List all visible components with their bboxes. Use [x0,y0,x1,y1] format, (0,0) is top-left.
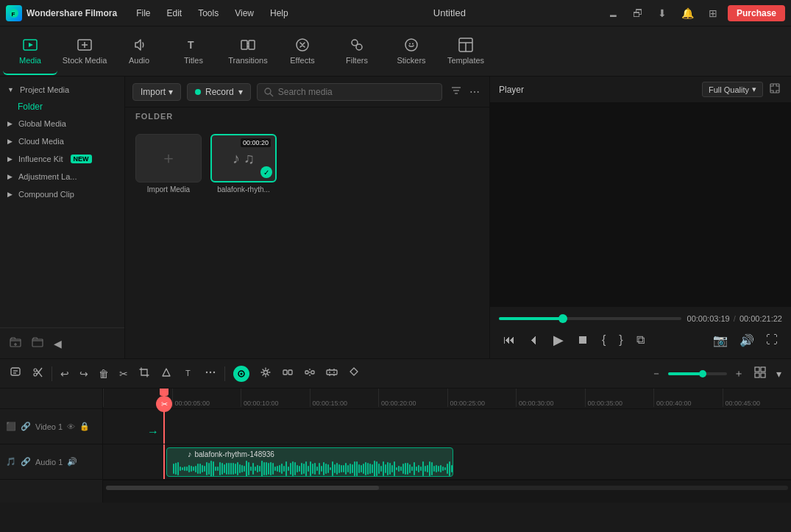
audio-mute-button[interactable]: 🔊 [67,457,77,467]
timeline-audio-split-button[interactable] [300,364,319,383]
zoom-track[interactable] [668,372,727,375]
svg-point-40 [213,372,215,373]
timeline-marker-button[interactable] [344,364,363,383]
sidebar-item-cloud-media[interactable]: ▶ Cloud Media [0,132,124,150]
more-icon [205,366,216,378]
tab-media[interactable]: Media [3,28,57,75]
filter-button[interactable] [448,82,464,101]
quality-select[interactable]: Full Quality ▾ [702,82,763,97]
player-audio-button[interactable]: 🔊 [735,330,759,350]
tab-titles[interactable]: T Titles [166,28,221,75]
timeline-speed-button[interactable] [157,364,176,383]
audio-track-link[interactable]: 🔗 [21,457,31,467]
audio-track-row: ♪ balafonk-rhythm-148936 // We'll genera… [103,444,791,480]
sidebar-item-global-media[interactable]: ▶ Global Media [0,115,124,132]
timeline-crop-button[interactable] [135,364,154,383]
timeline-redo-button[interactable]: ↪ [76,366,92,382]
tab-audio[interactable]: Audio [112,28,166,75]
sidebar-item-compound-clip[interactable]: ▶ Compound Clip [0,185,124,203]
sidebar-item-label: Global Media [18,119,66,128]
scroll-track[interactable] [106,486,788,490]
svg-rect-8 [241,40,247,49]
minimize-button[interactable]: 🗕 [603,5,622,21]
scissors-badge: ✂ [156,396,172,412]
audio-split-icon [304,366,316,378]
record-button[interactable]: Record ▾ [187,83,251,101]
svg-point-33 [34,369,37,372]
player-bracket-in-button[interactable]: { [597,330,610,350]
import-media-item[interactable]: ＋ Import Media [135,134,202,194]
import-thumb: ＋ [135,134,202,182]
tab-stickers[interactable]: Stickers [384,28,439,75]
timeline-zoom-out-button[interactable]: － [648,365,665,383]
apps-button[interactable]: ⊞ [704,5,722,21]
player-fullscreen-button[interactable]: ⛶ [762,330,782,350]
track-eye-button[interactable]: 👁 [67,422,75,431]
icon-toolbar: Media Stock Media Audio T Titles Transit… [0,26,791,77]
tab-stock-media[interactable]: Stock Media [57,28,112,75]
add-folder-button[interactable] [7,334,24,352]
sidebar-item-project-media[interactable]: ▼ Project Media [0,81,124,99]
menu-view[interactable]: View [227,5,261,21]
timeline-settings-button[interactable] [256,364,275,383]
audio-track-icon[interactable]: 🎵 [6,457,16,467]
menu-tools[interactable]: Tools [191,5,226,21]
player-play-button[interactable]: ▶ [549,329,568,351]
purchase-button[interactable]: Purchase [728,5,785,21]
record-label: Record [205,87,234,97]
track-link-button[interactable]: 🔗 [21,422,31,431]
download-button[interactable]: ⬇ [653,5,671,21]
player-step-back-button[interactable]: ⏴ [524,330,545,350]
folder-button[interactable] [29,334,46,352]
progress-track[interactable] [499,317,681,320]
titles-icon: T [185,37,202,53]
snap-icon [237,369,246,378]
chevron-down-icon-import: ▾ [169,87,173,97]
sidebar-bottom: ◀ [0,327,124,358]
crop-icon [138,366,150,378]
media-toolbar: Import ▾ Record ▾ ⋯ [125,77,489,107]
timeline-text-button[interactable]: T [179,364,198,383]
timeline-snap-button[interactable] [230,363,253,384]
sidebar-item-influence-kit[interactable]: ▶ Influence Kit NEW [0,150,124,168]
import-button[interactable]: Import ▾ [132,83,181,101]
tab-transitions[interactable]: Transitions [221,28,275,75]
player-screenshot-button[interactable]: 📷 [709,330,732,350]
timeline-cut-button[interactable]: ✂ [116,366,132,382]
menu-help[interactable]: Help [263,5,296,21]
timeline-delete-button[interactable]: 🗑 [95,366,113,382]
timeline-split-button[interactable] [278,364,297,383]
tab-filters[interactable]: Filters [330,28,384,75]
timeline-group-button[interactable] [322,364,341,383]
tab-effects[interactable]: Effects [275,28,330,75]
more-options-button[interactable]: ⋯ [467,82,482,101]
audio-clip[interactable]: ♪ balafonk-rhythm-148936 // We'll genera… [166,447,453,477]
sidebar-item-adjustment[interactable]: ▶ Adjustment La... [0,168,124,185]
timeline-grid-button[interactable] [751,364,770,383]
search-input[interactable] [278,87,436,97]
timeline-undo-button[interactable]: ↩ [57,366,73,382]
track-lock-button[interactable]: 🔒 [79,422,90,431]
notification-button[interactable]: 🔔 [677,5,698,21]
menu-edit[interactable]: Edit [159,5,189,21]
timeline-more-button[interactable] [201,364,220,383]
player-stop-button[interactable]: ⏹ [572,330,593,350]
tab-titles-label: Titles [184,56,203,65]
player-clip-button[interactable]: ⧉ [632,330,649,350]
sidebar-item-label: Influence Kit [18,155,63,163]
timeline-zoom-in-button[interactable]: ＋ [730,365,748,383]
menu-file[interactable]: File [129,5,157,21]
timeline-more-options-button[interactable]: ▾ [773,366,785,382]
player-bracket-out-button[interactable]: } [614,330,627,350]
track-select-button[interactable]: ⬛ [6,422,16,431]
player-rewind-button[interactable]: ⏮ [499,330,519,350]
audio-clip-item[interactable]: 00:00:20 ♪ ♫ ✓ balafonk-rhyth... [210,134,277,194]
player-expand-button[interactable] [767,81,782,98]
timeline-smart-cut-tool[interactable] [28,364,47,383]
maximize-button[interactable]: 🗗 [628,5,648,21]
tab-templates[interactable]: Templates [439,28,493,75]
collapse-sidebar-button[interactable]: ◀ [52,336,64,352]
sidebar-folder-item[interactable]: Folder [0,99,124,115]
timeline-select-tool[interactable] [6,364,25,383]
chevron-down-quality-icon: ▾ [752,85,756,94]
